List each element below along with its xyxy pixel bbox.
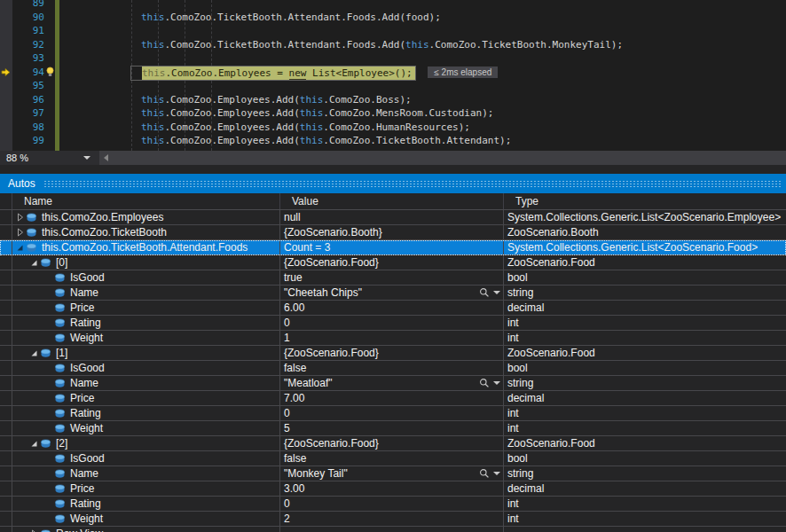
variable-row[interactable]: Raw View bbox=[0, 527, 786, 532]
drag-handle[interactable] bbox=[43, 180, 782, 188]
visualizer-dropdown-icon[interactable] bbox=[493, 381, 500, 385]
value-cell[interactable]: null bbox=[280, 210, 504, 224]
name-cell[interactable]: [1] bbox=[12, 346, 280, 360]
variable-row[interactable]: [1] {ZooScenario.Food} ZooScenario.Food bbox=[0, 346, 786, 361]
code-editor[interactable]: 89 ≤ 2ms elapsed 90 this.ComoZoo.TicketB… bbox=[0, 0, 786, 151]
horizontal-scrollbar[interactable] bbox=[99, 151, 786, 165]
name-cell[interactable]: Rating bbox=[12, 406, 280, 420]
value-cell[interactable]: 3.00 bbox=[280, 481, 504, 496]
code-line[interactable]: 90 this.ComoZoo.TicketBooth.Attendant.Fo… bbox=[0, 11, 786, 25]
variable-row[interactable]: Name "Meatloaf" string bbox=[0, 376, 786, 391]
value-cell[interactable]: 0 bbox=[280, 316, 504, 330]
value-cell[interactable]: false bbox=[280, 451, 504, 466]
variable-row[interactable]: Weight 1 int bbox=[0, 331, 786, 346]
value-cell[interactable]: Count = 3 bbox=[280, 240, 504, 254]
lightbulb-icon[interactable] bbox=[45, 66, 55, 78]
variable-row[interactable]: Rating 0 int bbox=[0, 406, 786, 421]
column-header-value[interactable]: Value bbox=[280, 193, 504, 209]
name-cell[interactable]: Name bbox=[12, 466, 280, 481]
value-cell[interactable]: 0 bbox=[280, 497, 504, 511]
value-cell[interactable]: 1 bbox=[280, 331, 504, 345]
code-line[interactable]: 98 this.ComoZoo.Employees.Add(this.ComoZ… bbox=[0, 121, 786, 135]
name-cell[interactable]: Price bbox=[12, 301, 280, 315]
value-cell[interactable]: false bbox=[280, 361, 504, 375]
variable-row[interactable]: this.ComoZoo.Employees null System.Colle… bbox=[0, 210, 786, 225]
value-cell[interactable]: {ZooScenario.Booth} bbox=[280, 225, 504, 239]
variable-row[interactable]: Price 6.00 decimal bbox=[0, 301, 786, 316]
value-cell[interactable]: 5 bbox=[280, 421, 504, 435]
magnifier-icon[interactable] bbox=[479, 287, 490, 298]
expand-arrow-icon[interactable] bbox=[14, 228, 26, 237]
name-cell[interactable]: this.ComoZoo.TicketBooth bbox=[12, 225, 280, 239]
name-cell[interactable]: Name bbox=[12, 286, 280, 300]
code-line[interactable]: 89 ≤ 2ms elapsed bbox=[0, 0, 786, 11]
code-line[interactable]: 99 this.ComoZoo.Employees.Add(this.ComoZ… bbox=[0, 134, 786, 148]
expand-arrow-icon[interactable] bbox=[28, 349, 40, 357]
variable-row[interactable]: Price 3.00 decimal bbox=[0, 481, 786, 497]
name-cell[interactable]: [2] bbox=[12, 436, 280, 450]
name-cell[interactable]: IsGood bbox=[12, 270, 280, 285]
code-line[interactable]: 96 this.ComoZoo.Employees.Add(this.ComoZ… bbox=[0, 93, 786, 107]
variable-row[interactable]: this.ComoZoo.TicketBooth.Attendant.Foods… bbox=[0, 240, 786, 255]
variable-row[interactable]: Name "Cheetah Chips" string bbox=[0, 286, 786, 301]
value-cell[interactable]: "Cheetah Chips" bbox=[280, 286, 504, 300]
code-line[interactable]: 91 ≤ 2ms elapsed bbox=[0, 24, 786, 38]
column-header-type[interactable]: Type bbox=[504, 193, 786, 209]
variable-row[interactable]: Weight 5 int bbox=[0, 421, 786, 436]
expand-arrow-icon[interactable] bbox=[28, 440, 40, 448]
expand-arrow-icon[interactable] bbox=[14, 244, 26, 252]
variable-row[interactable]: Rating 0 int bbox=[0, 316, 786, 331]
autos-title-bar[interactable]: Autos bbox=[0, 174, 786, 193]
value-cell[interactable]: "Meatloaf" bbox=[280, 376, 504, 390]
name-cell[interactable]: this.ComoZoo.TicketBooth.Attendant.Foods bbox=[12, 240, 280, 254]
name-cell[interactable]: Price bbox=[12, 391, 280, 405]
name-cell[interactable]: Rating bbox=[12, 316, 280, 330]
name-cell[interactable]: this.ComoZoo.Employees bbox=[12, 210, 280, 224]
magnifier-icon[interactable] bbox=[479, 378, 490, 388]
code-line[interactable]: 97 this.ComoZoo.Employees.Add(this.ComoZ… bbox=[0, 106, 786, 121]
value-cell[interactable]: true bbox=[280, 270, 504, 285]
name-cell[interactable]: [0] bbox=[12, 255, 280, 270]
value-cell[interactable] bbox=[280, 527, 504, 532]
scroll-left-arrow-icon[interactable] bbox=[104, 154, 108, 161]
value-cell[interactable]: {ZooScenario.Food} bbox=[280, 255, 504, 270]
column-header-name[interactable]: Name bbox=[12, 193, 280, 209]
value-cell[interactable]: 7.00 bbox=[280, 391, 504, 405]
value-cell[interactable]: {ZooScenario.Food} bbox=[280, 436, 504, 450]
code-line[interactable]: 93 ≤ 2ms elapsed bbox=[0, 51, 786, 66]
name-cell[interactable]: Weight bbox=[12, 512, 280, 526]
perf-tip[interactable]: ≤ 2ms elapsed bbox=[428, 66, 498, 78]
name-cell[interactable]: Name bbox=[12, 376, 280, 390]
variable-row[interactable]: [2] {ZooScenario.Food} ZooScenario.Food bbox=[0, 436, 786, 451]
code-line[interactable]: 94 this.ComoZoo.Employees = new List<Emp… bbox=[0, 66, 786, 80]
name-cell[interactable]: IsGood bbox=[12, 361, 280, 375]
expand-arrow-icon[interactable] bbox=[28, 259, 40, 267]
name-cell[interactable]: Weight bbox=[12, 331, 280, 345]
value-cell[interactable]: 2 bbox=[280, 512, 504, 526]
name-cell[interactable]: Raw View bbox=[12, 527, 280, 532]
code-line[interactable]: 95 ≤ 2ms elapsed bbox=[0, 79, 786, 93]
zoom-dropdown[interactable]: 88 % bbox=[0, 151, 99, 165]
variable-row[interactable]: this.ComoZoo.TicketBooth {ZooScenario.Bo… bbox=[0, 225, 786, 240]
name-cell[interactable]: Rating bbox=[12, 497, 280, 511]
variable-row[interactable]: IsGood false bool bbox=[0, 451, 786, 466]
name-cell[interactable]: Weight bbox=[12, 421, 280, 435]
variable-row[interactable]: Weight 2 int bbox=[0, 512, 786, 527]
visualizer-dropdown-icon[interactable] bbox=[493, 291, 500, 294]
magnifier-icon[interactable] bbox=[479, 468, 490, 479]
variable-row[interactable]: Price 7.00 decimal bbox=[0, 391, 786, 406]
value-cell[interactable]: {ZooScenario.Food} bbox=[280, 346, 504, 360]
variable-row[interactable]: IsGood false bool bbox=[0, 361, 786, 376]
name-cell[interactable]: Price bbox=[12, 481, 280, 496]
code-line[interactable]: 92 this.ComoZoo.TicketBooth.Attendant.Fo… bbox=[0, 38, 786, 52]
value-cell[interactable]: 0 bbox=[280, 406, 504, 420]
variable-row[interactable]: IsGood true bool bbox=[0, 270, 786, 286]
variable-row[interactable]: [0] {ZooScenario.Food} ZooScenario.Food bbox=[0, 255, 786, 270]
value-cell[interactable]: 6.00 bbox=[280, 301, 504, 315]
value-cell[interactable]: "Monkey Tail" bbox=[280, 466, 504, 481]
expand-arrow-icon[interactable] bbox=[14, 213, 26, 222]
visualizer-dropdown-icon[interactable] bbox=[493, 472, 500, 475]
name-cell[interactable]: IsGood bbox=[12, 451, 280, 466]
variable-row[interactable]: Rating 0 int bbox=[0, 497, 786, 512]
variable-row[interactable]: Name "Monkey Tail" string bbox=[0, 466, 786, 481]
